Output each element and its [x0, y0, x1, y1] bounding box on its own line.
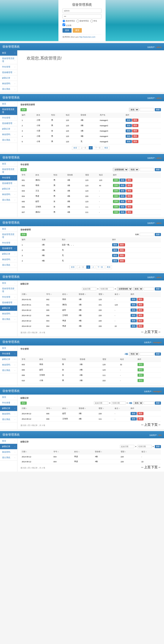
search-button[interactable]: 搜索 — [155, 108, 161, 111]
sex-filter[interactable]: 性别 — [129, 168, 139, 172]
end-date[interactable] — [99, 287, 114, 290]
修改-button[interactable]: 修改 — [126, 129, 132, 132]
page-prev[interactable]: 上一页 — [79, 146, 88, 150]
修改-button[interactable]: 修改 — [131, 324, 137, 328]
修改-button[interactable]: 修改 — [131, 319, 137, 322]
start-date[interactable] — [120, 445, 134, 448]
修改-button[interactable]: 修改 — [112, 259, 118, 262]
删除-button[interactable]: 删除 — [137, 298, 144, 301]
修改-button[interactable]: 修改 — [126, 124, 132, 127]
search-input[interactable] — [140, 352, 154, 356]
search-button[interactable]: 搜索 — [155, 445, 161, 448]
修改-button[interactable]: 修改 — [131, 417, 137, 420]
username-input[interactable] — [62, 8, 102, 13]
register-button[interactable]: 登记 — [20, 402, 27, 405]
clear-icon[interactable]: ✕ — [135, 446, 137, 448]
删除-button[interactable]: 删除 — [126, 194, 133, 198]
password-input[interactable] — [62, 14, 102, 18]
nav-student-view[interactable]: 学生查看› — [0, 351, 17, 356]
search-input[interactable] — [144, 287, 154, 290]
role-admin[interactable]: 系统管理员 — [62, 20, 75, 22]
clear-icon[interactable]: ✕ — [109, 402, 111, 404]
building-filter[interactable]: 全部宿舍楼 — [117, 287, 132, 291]
删除-button[interactable]: 删除 — [126, 178, 133, 182]
删除-button[interactable]: 删除 — [119, 254, 125, 257]
nav-logout[interactable]: 退出系统› — [0, 86, 17, 92]
nav-absence[interactable]: 缺勤记录› — [0, 306, 17, 311]
page-next[interactable]: 下一页 — [94, 146, 102, 150]
nav-building[interactable]: 宿舍楼管理› — [0, 246, 17, 251]
nav-password[interactable]: 修改密码› — [0, 132, 17, 137]
page-next[interactable]: 下页→ — [151, 330, 161, 334]
search-button[interactable]: 搜索 — [155, 233, 161, 236]
start-date[interactable] — [82, 287, 96, 290]
search-button[interactable]: 搜索 — [155, 402, 161, 405]
查看-button[interactable]: 查看 — [113, 189, 119, 192]
start-date[interactable] — [94, 401, 108, 405]
删除-button[interactable]: 删除 — [126, 200, 133, 203]
删除-button[interactable]: 删除 — [132, 129, 138, 132]
删除-button[interactable]: 删除 — [126, 184, 133, 187]
name-filter[interactable]: 姓名 — [133, 287, 143, 291]
search-input[interactable] — [144, 401, 154, 405]
search-button[interactable]: 搜索 — [155, 168, 161, 171]
登记-button[interactable]: 登记 — [138, 379, 144, 382]
删除-button[interactable]: 删除 — [137, 308, 144, 312]
nav-building[interactable]: 宿舍楼管理› — [0, 70, 17, 75]
nav-student[interactable]: 学生管理› — [0, 64, 17, 70]
修改-button[interactable]: 修改 — [131, 412, 137, 415]
删除-button[interactable]: 删除 — [132, 119, 138, 122]
修改-button[interactable]: 修改 — [112, 243, 118, 246]
修改-button[interactable]: 修改 — [131, 314, 137, 317]
sex-filter[interactable]: 性别 — [129, 352, 139, 356]
nav-home[interactable]: 首页› — [0, 50, 17, 56]
删除-button[interactable]: 删除 — [137, 412, 144, 415]
nav-dorm-manager[interactable]: 宿舍管理员管理› — [0, 56, 17, 64]
nav-absence[interactable]: 缺勤记录› — [0, 126, 17, 132]
role-dorm[interactable]: 宿舍管理员 — [76, 20, 89, 22]
修改-button[interactable]: 修改 — [131, 308, 137, 312]
修改-button[interactable]: 修改 — [126, 135, 132, 138]
login-button[interactable]: 登录 — [62, 28, 72, 33]
查看-button[interactable]: 查看 — [113, 211, 119, 214]
building-filter[interactable]: 全部宿舍楼 — [113, 168, 128, 172]
删除-button[interactable]: 删除 — [119, 248, 125, 252]
删除-button[interactable]: 删除 — [137, 303, 144, 306]
page-prev[interactable]: ←上页 — [141, 330, 151, 334]
删除-button[interactable]: 删除 — [137, 417, 144, 420]
查看-button[interactable]: 查看 — [113, 184, 119, 187]
page-first[interactable]: 首页 — [72, 146, 79, 150]
删除-button[interactable]: 删除 — [132, 124, 138, 127]
search-button[interactable]: 搜索 — [155, 288, 161, 290]
查看-button[interactable]: 查看 — [113, 178, 119, 182]
nav-dorm-manager[interactable]: 宿舍管理员管理› — [0, 107, 17, 115]
查看-button[interactable]: 查看 — [113, 205, 119, 208]
clear-icon[interactable]: ✕ — [115, 288, 116, 290]
修改-button[interactable]: 修改 — [131, 298, 137, 301]
nav-building[interactable]: 宿舍楼管理› — [0, 121, 17, 126]
删除-button[interactable]: 删除 — [137, 319, 144, 322]
remember-me[interactable]: 记住我 — [62, 24, 102, 27]
end-date[interactable] — [111, 401, 126, 405]
修改-button[interactable]: 修改 — [126, 119, 132, 122]
nav-logout[interactable]: 退出系统› — [0, 137, 17, 143]
修改-button[interactable]: 修改 — [112, 248, 118, 252]
nav-student[interactable]: 学生管理› — [0, 175, 17, 181]
clear-icon[interactable]: ✕ — [127, 402, 128, 404]
删除-button[interactable]: 删除 — [119, 259, 125, 262]
修改-button[interactable]: 修改 — [120, 178, 126, 182]
filter-select[interactable]: 姓名 — [129, 108, 139, 112]
修改-button[interactable]: 修改 — [131, 303, 137, 306]
删除-button[interactable]: 删除 — [137, 314, 144, 317]
add-button[interactable]: 添加 — [20, 108, 27, 111]
登记-button[interactable]: 登记 — [138, 374, 144, 377]
修改-button[interactable]: 修改 — [126, 140, 132, 143]
reset-button[interactable]: 重置 — [73, 28, 82, 33]
修改-button[interactable]: 修改 — [120, 184, 126, 187]
修改-button[interactable]: 修改 — [120, 205, 126, 208]
查看-button[interactable]: 查看 — [113, 200, 119, 203]
删除-button[interactable]: 删除 — [132, 135, 138, 138]
add-button[interactable]: 添加 — [20, 233, 27, 236]
search-input[interactable] — [140, 108, 154, 111]
clear-icon[interactable]: ✕ — [97, 288, 99, 290]
